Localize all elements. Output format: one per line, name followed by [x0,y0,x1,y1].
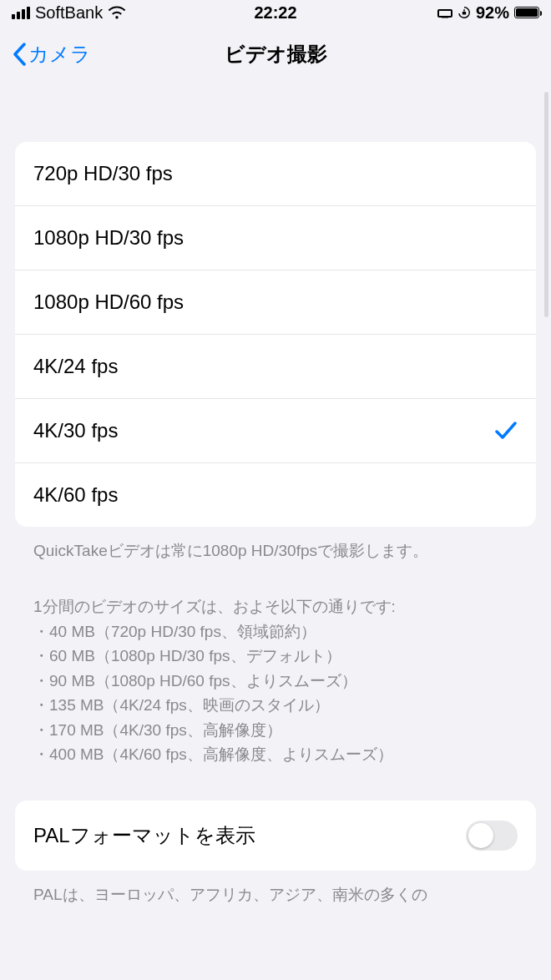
do-not-disturb-icon [437,7,452,18]
battery-icon [514,7,539,18]
size-item: 400 MB（4K/60 fps、高解像度、よりスムーズ） [33,742,518,766]
navigation-bar: カメラ ビデオ撮影 [0,25,551,83]
option-label: 720p HD/30 fps [33,162,173,185]
size-note: 1分間のビデオのサイズは、およそ以下の通りです: 40 MB（720p HD/3… [15,583,536,766]
cellular-signal-icon [12,7,30,19]
option-4k-24[interactable]: 4K/24 fps [15,334,536,398]
size-item: 60 MB（1080p HD/30 fps、デフォルト） [33,644,518,668]
option-4k-60[interactable]: 4K/60 fps [15,462,536,527]
option-label: 4K/30 fps [33,419,118,442]
option-label: 1080p HD/60 fps [33,290,184,314]
pal-toggle[interactable] [466,821,518,851]
size-list: 40 MB（720p HD/30 fps、領域節約） 60 MB（1080p H… [33,619,518,767]
pal-format-row[interactable]: PALフォーマットを表示 [15,801,536,871]
back-button[interactable]: カメラ [12,41,91,68]
option-720p-30[interactable]: 720p HD/30 fps [15,142,536,205]
battery-percentage: 92% [476,3,509,23]
size-item: 90 MB（1080p HD/60 fps、よりスムーズ） [33,669,518,693]
quicktake-note: QuickTakeビデオは常に1080p HD/30fpsで撮影します。 [15,527,536,563]
scroll-indicator [544,92,548,317]
video-format-list: 720p HD/30 fps 1080p HD/30 fps 1080p HD/… [15,142,536,527]
option-1080p-30[interactable]: 1080p HD/30 fps [15,205,536,270]
option-label: 4K/24 fps [33,355,118,378]
size-item: 170 MB（4K/30 fps、高解像度） [33,718,518,742]
pal-group: PALフォーマットを表示 [15,801,536,871]
wifi-icon [108,6,126,19]
option-4k-30[interactable]: 4K/30 fps [15,398,536,462]
pal-description: PALは、ヨーロッパ、アフリカ、アジア、南米の多くの [15,871,536,907]
status-bar: SoftBank 22:22 92% [0,0,551,25]
pal-label: PALフォーマットを表示 [33,822,255,849]
rotation-lock-icon [457,6,471,19]
size-item: 135 MB（4K/24 fps、映画のスタイル） [33,693,518,717]
carrier-label: SoftBank [35,3,103,23]
option-1080p-60[interactable]: 1080p HD/60 fps [15,270,536,334]
size-item: 40 MB（720p HD/30 fps、領域節約） [33,619,518,644]
checkmark-icon [494,421,518,441]
back-label: カメラ [28,41,91,68]
option-label: 4K/60 fps [33,483,118,507]
option-label: 1080p HD/30 fps [33,226,184,250]
size-intro: 1分間のビデオのサイズは、およそ以下の通りです: [33,594,518,619]
chevron-left-icon [12,43,27,66]
